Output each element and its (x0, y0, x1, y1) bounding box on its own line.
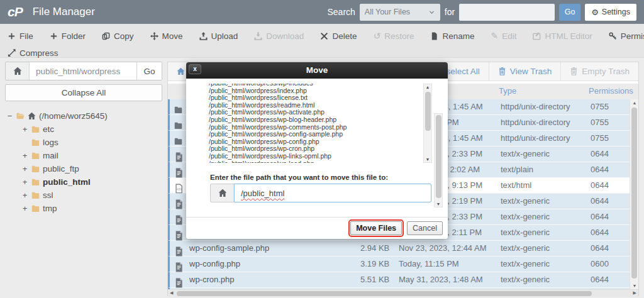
tree-item-public-ftp[interactable]: +public_ftp (6, 162, 162, 175)
scroll-down-icon[interactable]: ▼ (435, 202, 442, 206)
tree-item-mail[interactable]: +mail (6, 149, 162, 162)
tree-toggle[interactable]: + (21, 164, 28, 174)
move-files-button[interactable]: Move Files (350, 221, 402, 235)
tree-item-logs[interactable]: logs (6, 136, 162, 149)
toolbar-file-button[interactable]: File (8, 31, 33, 41)
file-toolbar: FileFolderCopyMoveUploadDownloadDelete↺R… (0, 24, 644, 58)
table-row[interactable]: wp-config.php3.19 KBToday, 11:15 PMtext/… (168, 257, 638, 272)
scroll-up-icon[interactable]: ▲ (424, 85, 431, 89)
cell-modified: May 31, 2023, 1:48 AM (399, 275, 483, 284)
tree-toggle[interactable]: + (21, 190, 28, 200)
empty-trash-button[interactable]: Empty Trash (561, 62, 638, 80)
cancel-button[interactable]: Cancel (407, 221, 443, 235)
cell-type: text/x-generic (501, 243, 550, 253)
tree-item-ssl[interactable]: +ssl (6, 189, 162, 202)
chevron-down-icon (428, 8, 435, 16)
close-icon[interactable]: x (189, 64, 201, 74)
cell-name: wp-config.php (189, 259, 240, 268)
folder-icon (31, 125, 40, 133)
cell-permissions: 0644 (591, 228, 609, 237)
folder-icon (174, 120, 182, 130)
search-scope-value: All Your Files (365, 8, 410, 16)
dialog-scrollbar[interactable]: ▼ (434, 113, 443, 207)
plus-icon (50, 32, 58, 40)
scroll-up-icon[interactable]: ▲ (630, 101, 639, 105)
scroll-right-icon[interactable]: ▶ (633, 290, 636, 295)
key-icon (609, 32, 617, 40)
home-icon[interactable] (6, 62, 30, 80)
toolbar-compress-button[interactable]: Compress (8, 48, 58, 58)
file-list-scrollbar[interactable]: ▲ ▼ (423, 84, 432, 163)
move-path-input[interactable]: /public_html (234, 184, 431, 202)
scroll-down-icon[interactable]: ▼ (424, 157, 431, 162)
toolbar-permissions-button[interactable]: Permissions (609, 31, 644, 41)
file-icon (174, 167, 184, 178)
horizontal-scrollbar[interactable]: ◀ ▶ (168, 289, 638, 297)
settings-button[interactable]: ⚙Settings (585, 4, 636, 21)
search-for-label: for (445, 7, 455, 17)
tree-item-etc[interactable]: +etc (6, 123, 162, 136)
table-row[interactable]: wp-config-sample.php2.94 KBNov 23, 2023,… (168, 241, 638, 257)
toolbar-folder-button[interactable]: Folder (50, 31, 86, 41)
cpanel-logo: cP (8, 4, 23, 19)
collapse-all-button[interactable]: Collapse All (5, 84, 162, 101)
cell-type: text/x-generic (501, 228, 550, 237)
cell-permissions: 0644 (591, 275, 609, 284)
svg-text:</>: </> (177, 187, 182, 190)
file-icon (174, 199, 184, 209)
search-scope-select[interactable]: All Your Files (360, 4, 440, 21)
copy-icon (102, 32, 110, 40)
cell-permissions: 0644 (591, 243, 609, 253)
cell-permissions: 0755 (591, 102, 609, 111)
file-icon (174, 277, 184, 288)
folder-icon (31, 165, 40, 173)
cell-permissions: 0644 (591, 165, 609, 174)
scrollbar-thumb[interactable] (631, 108, 637, 279)
tree-toggle[interactable]: + (21, 151, 28, 160)
scroll-left-icon[interactable]: ◀ (170, 290, 173, 295)
move-icon (150, 32, 158, 40)
toolbar-download-button[interactable]: Download (254, 31, 304, 41)
column-header-permissions[interactable]: Permissions (589, 86, 633, 96)
move-dialog-footer: Move Files Cancel (186, 217, 448, 239)
scrollbar-thumb[interactable] (425, 92, 431, 131)
path-go-button[interactable]: Go (136, 62, 162, 80)
path-input[interactable] (30, 62, 136, 80)
tree-toggle[interactable]: + (21, 124, 28, 134)
tree-item-tmp[interactable]: +tmp (6, 202, 162, 215)
plus-icon (8, 32, 16, 40)
tree-toggle[interactable]: + (21, 177, 28, 187)
directory-tree: −(/home/worz5645)+etclogs+mail+public_ft… (6, 109, 162, 215)
scrollbar-thumb[interactable] (177, 291, 592, 296)
toolbar-move-button[interactable]: Move (150, 31, 183, 41)
tree-item-home[interactable]: −(/home/worz5645) (6, 109, 162, 123)
cell-size: 3.19 KB (360, 259, 389, 268)
tree-item-public-html[interactable]: +public_html (6, 175, 162, 189)
tree-toggle[interactable]: + (21, 204, 28, 213)
scroll-down-icon[interactable]: ▼ (630, 284, 639, 288)
view-trash-button[interactable]: View Trash (489, 62, 561, 80)
toolbar-copy-button[interactable]: Copy (102, 31, 134, 41)
toolbar-restore-button[interactable]: ↺Restore (373, 31, 414, 41)
toolbar-edit-button[interactable]: ✎Edit (491, 31, 516, 41)
cell-name: wp-config-sample.php (189, 243, 269, 253)
search-input[interactable] (459, 4, 555, 21)
vertical-scrollbar[interactable]: ▲ ▼ (630, 99, 638, 289)
file-icon (174, 262, 184, 272)
cell-type: httpd/unix-directory (501, 102, 570, 111)
search-go-button[interactable]: Go (559, 4, 580, 21)
search-label: Search (327, 7, 355, 17)
move-file-path: /public_html/wordpress/wp-config-sample.… (209, 131, 420, 138)
tree-toggle[interactable]: − (6, 111, 13, 121)
toolbar-html-editor-button[interactable]: HTML Editor (533, 31, 592, 41)
column-header-type[interactable]: Type (499, 86, 516, 96)
page-title: File Manager (33, 6, 95, 18)
folder-icon (31, 204, 40, 212)
toolbar-delete-button[interactable]: Delete (320, 31, 357, 41)
scrollbar-thumb[interactable] (436, 115, 441, 198)
file-icon (174, 214, 184, 225)
toolbar-upload-button[interactable]: Upload (199, 31, 238, 41)
cell-size: 5.51 KB (360, 275, 389, 284)
toolbar-rename-button[interactable]: Rename (430, 31, 474, 41)
table-row[interactable]: wp-cron.php5.51 KBMay 31, 2023, 1:48 AMt… (168, 272, 638, 288)
